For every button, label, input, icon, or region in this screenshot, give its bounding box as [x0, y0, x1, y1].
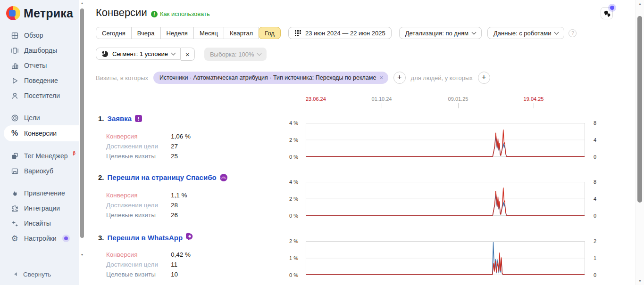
period-button-квартал[interactable]: Квартал [224, 27, 259, 39]
sampling-dropdown[interactable]: Выборка: 100% [204, 48, 267, 61]
sidebar-item-settings[interactable]: ⚙Настройки [0, 231, 79, 246]
variocube-icon [10, 167, 19, 175]
dashboards-icon [10, 47, 19, 55]
scroll-up-arrow-icon[interactable]: ▲ [636, 2, 644, 6]
x-axis-tick-mark [534, 103, 534, 108]
sidebar-item-visitors[interactable]: Посетители [0, 88, 79, 103]
metric-value: 10 [171, 271, 178, 278]
page-scrollbar[interactable]: ▲ ▼ [636, 0, 644, 285]
sidebar-item-insights[interactable]: Инсайты [0, 216, 79, 231]
app-logo[interactable]: Метрика [6, 6, 73, 20]
sidebar: Метрика ОбзорДашбордыОтчетыПоведениеПосе… [0, 0, 79, 285]
y-axis-left-tick: 0 % [268, 154, 298, 160]
period-button-вчера[interactable]: Вчера [131, 27, 161, 39]
data-mode-dropdown[interactable]: Данные: с роботами [487, 27, 564, 39]
period-button-месяц[interactable]: Месяц [193, 27, 224, 39]
sidebar-item-variocube[interactable]: Вариокуб [0, 163, 79, 179]
sidebar-item-dashboards[interactable]: Дашборды [0, 43, 79, 58]
scroll-down-arrow-icon[interactable]: ▼ [79, 253, 85, 256]
scroll-up-arrow-icon[interactable]: ▲ [79, 1, 85, 5]
sidebar-item-integrations[interactable]: Интеграции [0, 201, 79, 216]
chevron-down-icon [257, 51, 261, 56]
segment-clear-button[interactable]: × [181, 48, 195, 61]
visits-filter-label: Визиты, в которых [96, 74, 148, 81]
detalization-dropdown[interactable]: Детализация: по дням [399, 27, 482, 39]
support-chat-button[interactable] [601, 7, 613, 19]
period-button-сегодня[interactable]: Сегодня [96, 27, 132, 39]
x-axis-date-label: 23.06.24 [306, 96, 326, 102]
goal-title-link[interactable]: Заявка [108, 114, 132, 122]
sidebar-item-overview[interactable]: Обзор [0, 28, 79, 43]
x-axis-date-label: 09.01.25 [448, 96, 468, 102]
sidebar-scrollbar[interactable]: ▲ ▼ [79, 0, 85, 285]
metric-value: 11 [171, 261, 177, 268]
sidebar-item-tag-manager[interactable]: Тег Менеджерβ [0, 148, 79, 163]
y-axis-right-tick: 4 [594, 137, 596, 143]
series-conversion-rate [306, 130, 585, 157]
metric-value: 28 [171, 202, 178, 209]
sidebar-item-behavior[interactable]: Поведение [0, 73, 79, 88]
x-axis-tick-mark [306, 103, 306, 108]
sidebar-item-label: Тег Менеджер [24, 152, 67, 160]
grid-icon [10, 32, 19, 40]
conversion-chart[interactable] [306, 241, 585, 275]
period-button-неделя[interactable]: Неделя [160, 27, 194, 39]
sidebar-item-label: Настройки [24, 235, 57, 242]
target-icon [10, 114, 19, 122]
sidebar-item-label: Конверсии [24, 130, 57, 137]
sidebar-item-goals[interactable]: Цели [0, 110, 79, 125]
sidebar-item-reports[interactable]: Отчеты [0, 58, 79, 73]
chevron-down-icon [472, 30, 477, 34]
add-visit-filter-button[interactable]: + [393, 72, 406, 84]
series-target-visits [306, 195, 585, 215]
chevron-down-icon [554, 30, 559, 34]
metric-label: Конверсия [106, 192, 171, 199]
filter-chip[interactable]: Источники · Автоматическая атрибуция · Т… [153, 72, 388, 84]
conversion-chart[interactable] [306, 123, 585, 157]
metric-row-reaches: Достижения цели28 [106, 200, 187, 210]
metric-row-reaches: Достижения цели11 [106, 260, 191, 269]
add-people-filter-button[interactable]: + [478, 72, 490, 84]
goal-metrics: Конверсия1,06 %Достижения цели27Целевые … [106, 131, 191, 161]
sampling-label: Выборка: 100% [210, 51, 254, 58]
goal-block: 3.Перешли в WhatsAppКонверсия0,42 %Дости… [85, 232, 636, 285]
how-to-use-label: Как использовать [160, 10, 210, 17]
scroll-down-arrow-icon[interactable]: ▼ [636, 279, 644, 283]
beta-badge: β [73, 151, 75, 155]
x-axis-tick-mark [382, 103, 382, 108]
metric-label: Конверсия [106, 133, 171, 140]
chat-goal-icon [186, 233, 193, 242]
goal-title-link[interactable]: Перешли на страницу Спасибо [108, 173, 217, 181]
person-icon [10, 92, 19, 100]
collapse-arrow-icon [14, 272, 17, 276]
filter-chip-label: Источники · Автоматическая атрибуция · Т… [159, 74, 376, 81]
goal-title-link[interactable]: Перешли в WhatsApp [108, 234, 183, 242]
segment-row: Сегмент: 1 условие × Выборка: 100% [96, 48, 267, 61]
page-scrollbar-thumb[interactable] [637, 16, 642, 203]
goal-metrics: Конверсия0,42 %Достижения цели11Целевые … [106, 250, 191, 279]
metric-label: Целевые визиты [106, 153, 171, 160]
metric-label: Целевые визиты [106, 212, 171, 219]
metric-row-conversion: Конверсия1,06 % [106, 131, 191, 141]
segment-dropdown[interactable]: Сегмент: 1 условие [96, 48, 181, 60]
sidebar-item-conversions[interactable]: %Конверсии [4, 125, 79, 141]
metric-label: Конверсия [106, 251, 171, 258]
help-question-icon[interactable]: ? [569, 29, 577, 37]
metric-row-conversion: Конверсия1,1 % [106, 190, 187, 200]
conversion-chart[interactable] [306, 182, 585, 216]
y-axis-right-tick: 2 [594, 238, 596, 244]
date-range-button[interactable]: 23 июн 2024 — 22 июн 2025 [288, 27, 392, 39]
sidebar-item-label: Дашборды [24, 47, 57, 54]
how-to-use-link[interactable]: i Как использовать [151, 10, 210, 17]
chip-remove-icon[interactable]: × [379, 74, 383, 81]
y-axis-left-tick: 4 % [268, 179, 298, 185]
goal-header: 3.Перешли в WhatsApp [98, 233, 193, 242]
metrika-logo-icon [6, 6, 20, 20]
sidebar-scrollbar-thumb[interactable] [80, 8, 84, 238]
goal-metrics: Конверсия1,1 %Достижения цели28Целевые в… [106, 190, 187, 220]
sidebar-item-attraction[interactable]: Привлечение [0, 186, 79, 201]
notification-dot [64, 236, 68, 240]
metric-row-visits: Целевые визиты25 [106, 151, 191, 161]
period-button-год[interactable]: Год [259, 27, 281, 39]
metric-value: 27 [171, 143, 178, 150]
